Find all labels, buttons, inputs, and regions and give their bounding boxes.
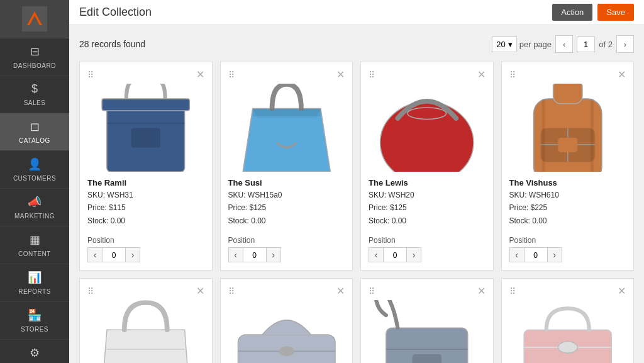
svg-point-7: [408, 108, 447, 120]
dashboard-icon: ⊟: [30, 45, 40, 59]
product-image-container: [228, 84, 345, 172]
position-decrement-button[interactable]: ‹: [369, 247, 384, 262]
customers-icon: 👤: [28, 157, 42, 171]
save-button[interactable]: Save: [597, 4, 634, 21]
sidebar-item-stores[interactable]: 🏪 STORES: [0, 302, 69, 340]
per-page-value: 20: [496, 40, 505, 49]
sidebar-item-label: CATALOG: [19, 137, 50, 144]
magento-logo-icon: [22, 6, 47, 31]
position-value: 0: [384, 247, 406, 262]
remove-product-button[interactable]: ✕: [477, 286, 486, 296]
position-stepper: ‹ 0 ›: [228, 247, 345, 262]
svg-rect-2: [102, 99, 189, 111]
sidebar-item-label: REPORTS: [18, 288, 51, 295]
chevron-down-icon: ▾: [508, 40, 513, 49]
product-details: SKU: WSH15a0Price: $125Stock: 0.00: [228, 189, 345, 227]
sidebar-item-label: STORES: [21, 326, 48, 333]
drag-handle-icon[interactable]: ⠿: [509, 286, 516, 296]
sidebar-item-catalog[interactable]: ◻ CATALOG: [0, 113, 69, 151]
product-card: ⠿ ✕ The Susi SKU: WSH15a0Price: $125Stoc…: [220, 62, 353, 271]
sidebar-item-reports[interactable]: 📊 REPORTS: [0, 264, 69, 302]
sidebar-item-label: MARKETING: [14, 213, 55, 220]
position-increment-button[interactable]: ›: [547, 247, 562, 262]
position-decrement-button[interactable]: ‹: [228, 247, 243, 262]
prev-page-button[interactable]: ‹: [555, 35, 573, 53]
sidebar-item-customers[interactable]: 👤 CUSTOMERS: [0, 151, 69, 189]
position-value: 0: [243, 247, 266, 262]
position-control: Position ‹ 0 ›: [228, 236, 345, 262]
logo: [0, 0, 69, 38]
product-image-container: [87, 300, 204, 363]
drag-handle-icon[interactable]: ⠿: [87, 70, 94, 80]
position-stepper: ‹ 0 ›: [509, 247, 626, 262]
drag-handle-icon[interactable]: ⠿: [369, 286, 375, 296]
sidebar-item-sales[interactable]: $ SALES: [0, 76, 69, 113]
sales-icon: $: [31, 82, 38, 96]
reports-icon: 📊: [28, 271, 42, 284]
remove-product-button[interactable]: ✕: [336, 70, 345, 80]
sidebar-item-label: CUSTOMERS: [13, 175, 56, 182]
remove-product-button[interactable]: ✕: [336, 286, 345, 296]
stores-icon: 🏪: [28, 308, 42, 322]
product-image-container: [87, 84, 204, 172]
drag-handle-icon[interactable]: ⠿: [369, 70, 375, 80]
remove-product-button[interactable]: ✕: [618, 286, 626, 296]
sidebar-item-label: DASHBOARD: [13, 62, 56, 69]
product-card: ⠿ ✕ The Vishuss SKU: WSH610Price: $225St…: [501, 62, 635, 271]
position-control: Position ‹ 0 ›: [509, 236, 626, 262]
sidebar-item-content[interactable]: ▦ CONTENT: [0, 226, 69, 264]
header-actions: Action Save: [552, 4, 634, 21]
position-label: Position: [87, 236, 204, 245]
remove-product-button[interactable]: ✕: [196, 286, 204, 296]
marketing-icon: 📣: [28, 195, 42, 209]
action-button[interactable]: Action: [552, 4, 592, 21]
product-details: SKU: WSH610Price: $225Stock: 0.00: [509, 189, 626, 227]
sidebar-item-dashboard[interactable]: ⊟ DASHBOARD: [0, 38, 69, 76]
position-increment-button[interactable]: ›: [125, 247, 140, 262]
drag-handle-icon[interactable]: ⠿: [87, 286, 94, 296]
position-label: Position: [228, 236, 345, 245]
products-grid: ⠿ ✕ The Ramii SKU: WSH31Price: $115Stock…: [79, 62, 634, 363]
position-label: Position: [369, 236, 486, 245]
position-increment-button[interactable]: ›: [406, 247, 421, 262]
svg-rect-22: [413, 354, 441, 363]
product-name: The Vishuss: [509, 178, 626, 187]
product-details: SKU: WSH20Price: $125Stock: 0.00: [369, 189, 486, 227]
product-card: ⠿ ✕ The Ramii SKU: WSH31Price: $115Stock…: [79, 62, 213, 271]
drag-handle-icon[interactable]: ⠿: [509, 70, 516, 80]
product-image-container: [509, 84, 626, 172]
card-controls: ⠿ ✕: [509, 286, 626, 296]
toolbar: 28 records found 20 ▾ per page ‹ 1 of 2 …: [79, 35, 634, 53]
position-decrement-button[interactable]: ‹: [509, 247, 525, 262]
product-card: ⠿ ✕ Position ‹ 0 ›: [220, 278, 353, 363]
sidebar-item-marketing[interactable]: 📣 MARKETING: [0, 189, 69, 226]
per-page-label: per page: [519, 40, 552, 49]
card-controls: ⠿ ✕: [87, 70, 204, 80]
sidebar-item-label: SALES: [24, 99, 46, 106]
card-controls: ⠿ ✕: [369, 286, 486, 296]
position-decrement-button[interactable]: ‹: [87, 247, 103, 262]
sidebar: ⊟ DASHBOARD $ SALES ◻ CATALOG 👤 CUSTOMER…: [0, 0, 69, 363]
product-image-container: [509, 300, 626, 363]
catalog-icon: ◻: [30, 120, 40, 133]
next-page-button[interactable]: ›: [616, 35, 634, 53]
svg-rect-3: [131, 128, 160, 147]
remove-product-button[interactable]: ✕: [196, 70, 204, 80]
svg-rect-9: [553, 84, 582, 103]
product-name: The Ramii: [87, 178, 204, 187]
remove-product-button[interactable]: ✕: [618, 70, 626, 80]
card-controls: ⠿ ✕: [228, 286, 345, 296]
position-value: 0: [103, 247, 125, 262]
product-card: ⠿ ✕ Position ‹ 0 ›: [79, 278, 213, 363]
drag-handle-icon[interactable]: ⠿: [228, 70, 235, 80]
sidebar-item-system[interactable]: ⚙ SYSTEM: [0, 340, 69, 363]
remove-product-button[interactable]: ✕: [477, 70, 486, 80]
position-stepper: ‹ 0 ›: [87, 247, 204, 262]
per-page-dropdown[interactable]: 20 ▾: [492, 36, 516, 52]
product-image-container: [369, 84, 486, 172]
position-increment-button[interactable]: ›: [266, 247, 281, 262]
content-area: 28 records found 20 ▾ per page ‹ 1 of 2 …: [69, 25, 644, 363]
product-card: ⠿ ✕ Position ‹ 0 ›: [360, 278, 494, 363]
current-page[interactable]: 1: [577, 36, 595, 52]
drag-handle-icon[interactable]: ⠿: [228, 286, 235, 296]
